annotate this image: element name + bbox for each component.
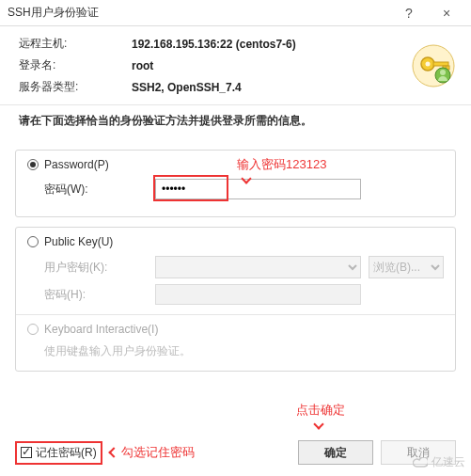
keyboard-radio	[27, 324, 39, 335]
annotation-enter-password: 输入密码123123	[237, 156, 326, 187]
remember-checkbox[interactable]	[21, 447, 32, 458]
key-icon	[411, 43, 456, 88]
userkey-select	[155, 256, 361, 278]
type-label: 服务器类型:	[19, 79, 132, 95]
password-radio-label: Password(P)	[44, 158, 109, 171]
password-label: 密码(W):	[44, 182, 148, 198]
svg-point-2	[426, 61, 431, 66]
host-value: 192.168.195.136:22 (centos7-6)	[132, 38, 400, 51]
type-value: SSH2, OpenSSH_7.4	[132, 81, 400, 94]
publickey-radio-label: Public Key(U)	[44, 235, 113, 248]
publickey-radio[interactable]	[27, 236, 39, 247]
user-value: root	[132, 59, 400, 72]
help-icon[interactable]: ?	[390, 2, 428, 24]
window-title: SSH用户身份验证	[8, 5, 390, 21]
keyboard-description: 使用键盘输入用户身份验证。	[27, 343, 444, 359]
annotation-click-ok: 点击确定	[296, 402, 345, 433]
titlebar: SSH用户身份验证 ? ×	[0, 0, 471, 26]
connection-info: 远程主机: 192.168.195.136:22 (centos7-6) 登录名…	[0, 26, 471, 101]
passphrase-label: 密码(H):	[44, 287, 148, 303]
svg-rect-3	[433, 62, 448, 66]
userkey-label: 用户密钥(K):	[44, 260, 148, 276]
passphrase-input	[155, 284, 361, 305]
password-radio[interactable]	[27, 159, 39, 170]
password-radio-row[interactable]: Password(P)	[27, 158, 444, 171]
browse-button: 浏览(B)...	[369, 256, 444, 278]
watermark: 亿速云	[413, 454, 465, 470]
keyboard-radio-row: Keyboard Interactive(I)	[27, 323, 444, 336]
remember-label: 记住密码(R)	[36, 445, 97, 461]
user-label: 登录名:	[19, 57, 132, 73]
host-label: 远程主机:	[19, 36, 132, 52]
annotation-remember: 勾选记住密码	[110, 444, 195, 461]
publickey-group: Public Key(U) 用户密钥(K): 浏览(B)... 密码(H): K…	[15, 227, 456, 372]
close-icon[interactable]: ×	[428, 2, 465, 24]
bottom-bar: 记住密码(R) 勾选记住密码 确定 取消	[15, 440, 456, 465]
remember-box[interactable]: 记住密码(R)	[15, 441, 102, 465]
keyboard-radio-label: Keyboard Interactive(I)	[44, 323, 158, 336]
ok-button[interactable]: 确定	[298, 440, 373, 465]
password-group: Password(P) 密码(W):	[15, 150, 456, 217]
publickey-radio-row[interactable]: Public Key(U)	[27, 235, 444, 248]
instruction-text: 请在下面选择恰当的身份验证方法并提供登录所需的信息。	[0, 104, 471, 135]
svg-point-7	[440, 70, 446, 75]
